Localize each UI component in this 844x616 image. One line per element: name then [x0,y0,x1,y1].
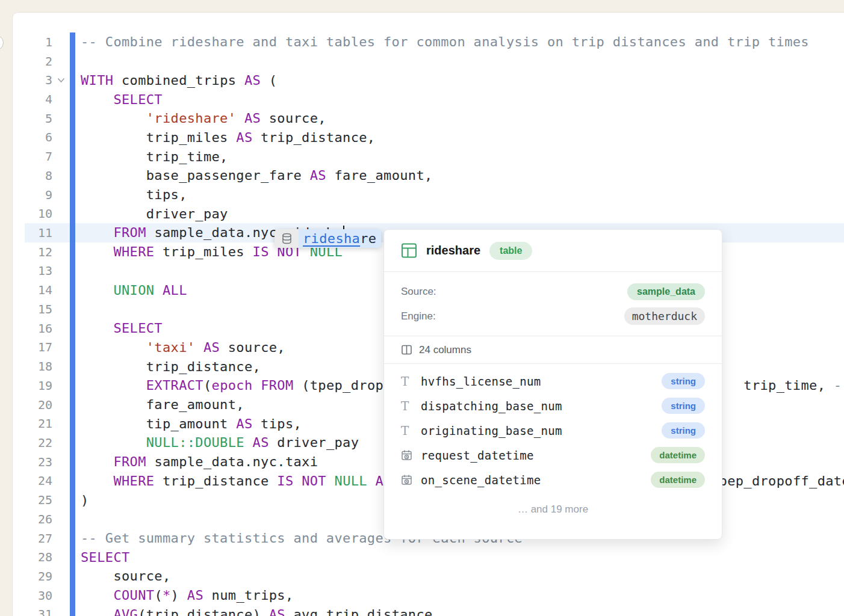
code-text: trip_miles AS trip_distance, [75,130,375,145]
code-text: COUNT(*) AS num_trips, [75,588,294,603]
column-type-badge: string [662,398,705,414]
code-line[interactable]: 2 [25,52,844,71]
code-line[interactable]: 3WITH combined_trips AS ( [25,70,844,90]
line-number[interactable]: 17 [25,340,52,354]
code-line[interactable]: 29 source, [25,567,844,586]
column-name: on_scene_datetime [421,473,651,487]
source-value-badge: sample_data [627,283,705,300]
line-number[interactable]: 19 [25,378,52,393]
autocomplete-match: ridesha [303,231,360,246]
cell-indicator-bar [70,128,75,147]
line-number[interactable]: 24 [25,473,52,488]
line-number[interactable]: 12 [25,245,52,259]
cell-indicator-bar [70,376,75,395]
line-number[interactable]: 22 [25,436,52,450]
code-line[interactable]: 8 base_passenger_fare AS fare_amount, [25,166,844,185]
cell-indicator-bar [70,147,75,166]
code-line[interactable]: 6 trip_miles AS trip_distance, [25,128,844,147]
line-number[interactable]: 2 [25,54,52,69]
line-number[interactable]: 11 [25,226,52,240]
line-number[interactable]: 20 [25,398,52,412]
autocomplete-dropdown: rideshare [275,229,381,248]
code-text: SELECT [75,92,163,107]
line-number[interactable]: 27 [25,531,52,546]
columns-list: Thvfhs_license_numstringTdispatching_bas… [384,364,722,492]
cell-indicator-bar [70,185,75,205]
code-line[interactable]: 9 tips, [25,185,844,205]
line-number[interactable]: 1 [25,35,52,49]
columns-count-row: 24 columns [384,336,722,364]
line-number[interactable]: 29 [25,569,52,584]
line-number[interactable]: 21 [25,416,52,431]
code-line[interactable]: 10 driver_pay [25,204,844,223]
code-text: ) [75,493,89,508]
autocomplete-rest: re [360,231,376,246]
line-number[interactable]: 16 [25,321,52,336]
line-number[interactable]: 15 [25,302,52,316]
code-line[interactable]: 28SELECT [25,547,844,567]
popover-header: rideshare table [384,230,722,272]
line-number[interactable]: 30 [25,588,52,603]
column-name: hvfhs_license_num [421,375,662,388]
line-number[interactable]: 7 [25,149,52,164]
column-name: dispatching_base_num [421,399,662,413]
line-number[interactable]: 18 [25,359,52,374]
table-info-popover: rideshare table Source: sample_data Engi… [383,229,722,540]
columns-count: 24 columns [419,344,471,356]
code-text: SELECT [75,550,130,565]
code-text: WITH combined_trips AS ( [75,73,277,88]
code-line[interactable]: 4 SELECT [25,90,844,109]
text-type-icon: T [401,424,421,438]
database-icon [275,229,299,248]
cell-indicator-bar [70,605,75,616]
fold-toggle[interactable] [52,78,70,83]
column-row: request_datetimedatetime [401,443,705,467]
line-number[interactable]: 4 [25,92,52,106]
code-line[interactable]: 7 trip_time, [25,147,844,166]
source-row: Source: sample_data [401,279,705,304]
line-number[interactable]: 23 [25,455,52,469]
line-number[interactable]: 13 [25,263,52,278]
popover-title: rideshare [426,244,480,257]
cell-indicator-bar [70,300,75,319]
cell-indicator-bar [70,433,75,452]
autocomplete-item-rideshare[interactable]: rideshare [299,229,381,248]
text-type-icon: T [401,374,421,389]
line-number[interactable]: 3 [25,73,52,87]
line-number[interactable]: 5 [25,111,52,126]
cell-indicator-bar [70,567,75,586]
code-text: SELECT [75,321,163,336]
line-number[interactable]: 10 [25,206,52,221]
cell-indicator-bar [70,586,75,605]
cell-indicator-bar [70,338,75,357]
calendar-clock-icon [401,449,421,461]
cell-indicator-bar [70,319,75,338]
cell-indicator-bar [70,32,75,52]
line-number[interactable]: 8 [25,168,52,183]
column-name: request_datetime [421,449,651,462]
code-line[interactable]: 30 COUNT(*) AS num_trips, [25,586,844,605]
line-number[interactable]: 26 [25,512,52,526]
column-row: on_scene_datetimedatetime [401,467,705,492]
run-button-partial[interactable] [0,35,4,51]
cell-indicator-bar [70,547,75,567]
line-number[interactable]: 14 [25,283,52,297]
column-row: Thvfhs_license_numstring [401,369,705,393]
code-text: fare_amount, [75,397,244,412]
cell-indicator-bar [70,90,75,109]
line-number[interactable]: 28 [25,550,52,564]
cell-indicator-bar [70,166,75,185]
line-number[interactable]: 31 [25,607,52,616]
columns-icon [401,344,412,356]
column-row: Tdispatching_base_numstring [401,393,705,418]
code-line[interactable]: 31 AVG(trip_distance) AS avg_trip_distan… [25,605,844,616]
popover-info-section: Source: sample_data Engine: motherduck [384,272,722,336]
code-text: -- Combine rideshare and taxi tables for… [75,34,809,49]
code-text: tips, [75,187,187,202]
text-type-icon: T [401,399,421,413]
line-number[interactable]: 6 [25,130,52,144]
code-line[interactable]: 5 'rideshare' AS source, [25,109,844,128]
code-line[interactable]: 1-- Combine rideshare and taxi tables fo… [25,32,844,52]
line-number[interactable]: 25 [25,493,52,507]
line-number[interactable]: 9 [25,188,52,202]
